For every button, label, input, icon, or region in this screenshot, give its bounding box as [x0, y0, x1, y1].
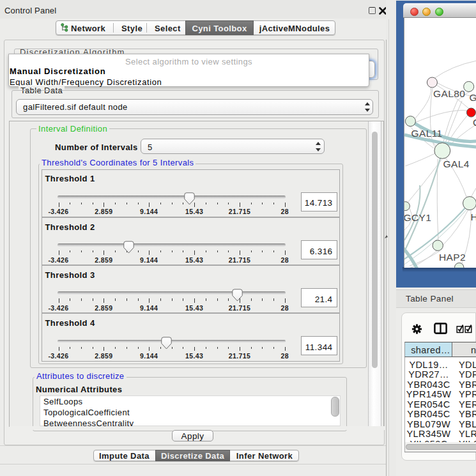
svg-text:HAP2: HAP2	[439, 252, 466, 263]
svg-text:GAL4: GAL4	[443, 158, 470, 169]
svg-text:GAL80: GAL80	[433, 88, 465, 99]
svg-text:GCY1: GCY1	[404, 212, 431, 223]
svg-text:H: H	[471, 211, 476, 222]
svg-text:C: C	[473, 117, 476, 128]
svg-text:GA: GA	[470, 92, 476, 103]
svg-text:GAL11: GAL11	[411, 128, 443, 139]
